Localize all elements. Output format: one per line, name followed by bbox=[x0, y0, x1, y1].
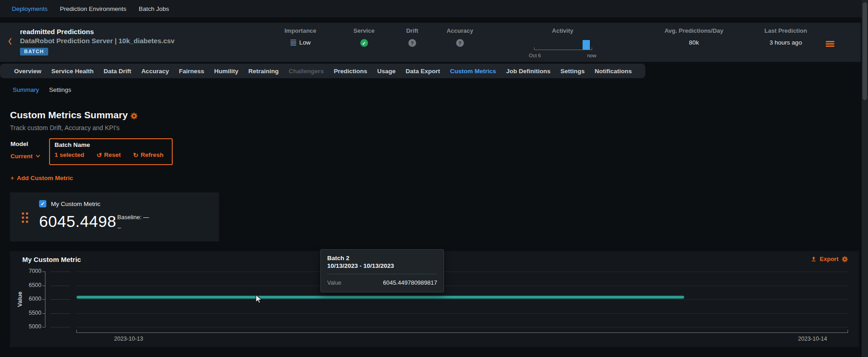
gridline-6500 bbox=[76, 286, 848, 286]
model-filter-dropdown[interactable]: Current bbox=[10, 153, 40, 160]
plus-icon: + bbox=[10, 175, 14, 181]
deployment-header: readmitted Predictions DataRobot Predict… bbox=[0, 23, 861, 62]
stat-drift-label: Drift bbox=[406, 27, 419, 34]
stat-last-prediction-value: 3 hours ago bbox=[769, 39, 802, 46]
metric-baseline-label: Baseline: — bbox=[117, 214, 149, 221]
tooltip-value: 6045.449780989817 bbox=[383, 279, 437, 286]
stat-avg-predictions-label: Avg. Predictions/Day bbox=[664, 27, 723, 34]
subtab-settings[interactable]: Settings bbox=[49, 86, 71, 93]
page-scrollbar-track bbox=[862, 0, 868, 357]
stat-last-prediction: Last Prediction 3 hours ago bbox=[764, 27, 807, 46]
tab-usage[interactable]: Usage bbox=[377, 68, 396, 75]
custom-metric-card: ✓ My Custom Metric 6045.4498 Baseline: —… bbox=[10, 192, 219, 241]
chart-title: My Custom Metric bbox=[22, 256, 81, 263]
stat-importance: Importance Low bbox=[284, 27, 316, 46]
page-subtitle: Track custom Drift, Accuracy and KPI's bbox=[10, 124, 120, 131]
model-filter-value: Current bbox=[10, 153, 33, 160]
batch-refresh-label: Refresh bbox=[141, 151, 164, 158]
x-tick-2023-10-14: 2023-10-14 bbox=[798, 336, 827, 342]
model-filter-label: Model bbox=[10, 141, 28, 147]
stat-service: Service ✓ bbox=[354, 27, 374, 47]
gridline-6000 bbox=[76, 299, 848, 300]
y-axis-line bbox=[45, 272, 45, 327]
tab-humility[interactable]: Humility bbox=[214, 68, 238, 75]
stat-importance-value: Low bbox=[299, 39, 311, 46]
batch-reset-button[interactable]: ↺ Reset bbox=[96, 151, 121, 158]
accuracy-unknown-icon[interactable]: ? bbox=[456, 39, 464, 47]
page-scrollbar-thumb[interactable] bbox=[863, 2, 867, 100]
gridline-5500 bbox=[76, 313, 848, 314]
batch-refresh-button[interactable]: ↻ Refresh bbox=[133, 151, 164, 158]
chart-tooltip: Batch 2 10/13/2023 - 10/13/2023 Value 60… bbox=[320, 249, 444, 292]
stat-service-label: Service bbox=[354, 27, 374, 34]
tooltip-divider bbox=[327, 274, 437, 274]
subtab-summary[interactable]: Summary bbox=[13, 86, 39, 93]
tooltip-value-label: Value bbox=[327, 280, 341, 286]
chart-gear-icon[interactable] bbox=[842, 256, 848, 262]
stat-last-prediction-label: Last Prediction bbox=[764, 27, 807, 34]
stat-activity: Activity bbox=[552, 27, 574, 34]
deployment-tabs: Overview Service Health Data Drift Accur… bbox=[0, 64, 645, 78]
gridline-5000 bbox=[76, 327, 848, 327]
add-custom-metric-label: Add Custom Metric bbox=[17, 175, 73, 181]
tooltip-title: Batch 2 bbox=[327, 255, 437, 261]
tab-challengers: Challengers bbox=[289, 68, 324, 75]
tooltip-date-range: 10/13/2023 - 10/13/2023 bbox=[327, 262, 437, 269]
stat-drift: Drift ? bbox=[406, 27, 419, 47]
tab-job-definitions[interactable]: Job Definitions bbox=[506, 68, 551, 75]
metric-value: 6045.4498 bbox=[39, 212, 116, 231]
chart-export-button[interactable]: Export bbox=[811, 256, 848, 262]
back-chevron-icon[interactable] bbox=[7, 37, 12, 45]
metric-baseline-value: _ bbox=[118, 221, 121, 228]
nav-batch-jobs[interactable]: Batch Jobs bbox=[139, 5, 169, 12]
header-menu-icon[interactable] bbox=[826, 41, 834, 47]
activity-start-label: Oct 6 bbox=[529, 53, 541, 58]
y-tick-6000: 6000 bbox=[22, 296, 41, 302]
nav-prediction-environments[interactable]: Prediction Environments bbox=[60, 5, 126, 12]
chevron-down-icon bbox=[35, 155, 40, 158]
batch-name-label: Batch Name bbox=[55, 141, 167, 148]
metric-checkbox[interactable]: ✓ bbox=[39, 200, 46, 207]
batch-selected-dropdown[interactable]: 1 selected bbox=[55, 151, 84, 158]
tab-accuracy[interactable]: Accuracy bbox=[141, 68, 169, 75]
y-tick-6500: 6500 bbox=[22, 282, 41, 288]
tab-service-health[interactable]: Service Health bbox=[51, 68, 94, 75]
batch-reset-label: Reset bbox=[104, 151, 121, 158]
tab-retraining[interactable]: Retraining bbox=[248, 68, 279, 75]
stat-avg-predictions-value: 80k bbox=[689, 39, 699, 46]
tab-notifications[interactable]: Notifications bbox=[594, 68, 632, 75]
batch-name-filter: Batch Name 1 selected ↺ Reset ↻ Refresh bbox=[49, 138, 173, 165]
add-custom-metric-button[interactable]: + Add Custom Metric bbox=[10, 175, 73, 181]
tab-data-drift[interactable]: Data Drift bbox=[104, 68, 131, 75]
stat-importance-label: Importance bbox=[284, 27, 316, 34]
deployment-subtitle: DataRobot Prediction Server | 10k_diabet… bbox=[20, 37, 175, 45]
importance-bars-icon bbox=[290, 40, 296, 45]
tab-custom-metrics[interactable]: Custom Metrics bbox=[450, 68, 496, 75]
stat-avg-predictions: Avg. Predictions/Day 80k bbox=[664, 27, 723, 46]
summary-gear-icon[interactable] bbox=[130, 112, 138, 120]
tab-data-export[interactable]: Data Export bbox=[406, 68, 440, 75]
x-tick-2023-10-13: 2023-10-13 bbox=[114, 336, 143, 342]
x-axis-line bbox=[76, 332, 848, 333]
tab-settings[interactable]: Settings bbox=[560, 68, 584, 75]
chart-export-label: Export bbox=[820, 256, 838, 262]
tab-fairness[interactable]: Fairness bbox=[179, 68, 205, 75]
activity-end-label: now bbox=[587, 53, 596, 58]
refresh-icon: ↻ bbox=[133, 152, 139, 158]
metric-name: My Custom Metric bbox=[51, 201, 100, 207]
tab-predictions[interactable]: Predictions bbox=[334, 68, 368, 75]
tab-overview[interactable]: Overview bbox=[14, 68, 41, 75]
gridline-7000 bbox=[76, 272, 848, 272]
batch-badge: BATCH bbox=[20, 48, 48, 55]
top-nav: Deployments Prediction Environments Batc… bbox=[0, 0, 868, 17]
nav-deployments[interactable]: Deployments bbox=[12, 5, 48, 12]
drag-handle-icon[interactable] bbox=[22, 212, 28, 223]
export-icon bbox=[811, 256, 817, 262]
stat-accuracy: Accuracy ? bbox=[447, 27, 474, 47]
drift-unknown-icon[interactable]: ? bbox=[409, 39, 416, 47]
activity-axis bbox=[534, 47, 592, 50]
metric-series-line[interactable] bbox=[76, 296, 684, 299]
page-title: Custom Metrics Summary bbox=[10, 110, 128, 121]
stat-activity-label: Activity bbox=[552, 27, 574, 34]
stat-accuracy-label: Accuracy bbox=[447, 27, 474, 34]
